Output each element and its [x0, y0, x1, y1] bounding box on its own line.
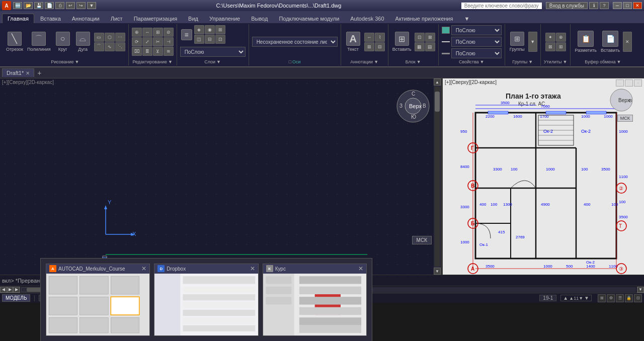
polilinia-btn[interactable]: ⌒ Полилиния — [26, 31, 52, 53]
draw-extra-4[interactable]: ⌒ — [94, 42, 104, 51]
draw-extra-6[interactable]: ⋱ — [115, 42, 125, 51]
tab-vstavka[interactable]: Вставка — [35, 14, 66, 23]
edit-8[interactable]: ⊣ — [164, 37, 174, 46]
save-btn[interactable]: 💾 — [34, 2, 43, 9]
info-icon[interactable]: ℹ — [589, 2, 598, 9]
right-nav-wheel[interactable]: Верх B — [609, 88, 634, 113]
layers-label[interactable]: Слои▼ — [204, 59, 221, 64]
edit-12[interactable]: ≋ — [164, 47, 174, 56]
properties-label[interactable]: Свойства▼ — [459, 59, 484, 64]
color-dropdown[interactable]: ПоСлою — [451, 25, 502, 35]
right-msk-btn[interactable]: МСК — [617, 115, 633, 122]
status-icon-2[interactable]: ⚙ — [607, 294, 615, 302]
draw-extra-1[interactable]: ▭ — [94, 33, 104, 42]
block-3[interactable]: ▦ — [415, 42, 425, 51]
layers-main-btn[interactable]: ≡ — [180, 28, 193, 41]
duga-btn[interactable]: ⌓ Дуга — [74, 31, 92, 53]
tab-vid[interactable]: Вид — [183, 14, 203, 23]
login-btn[interactable]: Вход в службы — [546, 2, 588, 9]
group-btn[interactable]: ⊞ Группы — [508, 31, 526, 53]
util-3[interactable]: ⊠ — [545, 42, 555, 51]
scroll-down-btn[interactable]: ▼ — [434, 268, 441, 275]
left-vscrollbar[interactable]: ▲ ▼ — [434, 78, 441, 275]
minimize-btn[interactable]: ─ — [613, 2, 622, 9]
groups-label[interactable]: Группы▼ — [512, 59, 533, 64]
edit-11[interactable]: ⊻ — [153, 47, 163, 56]
preview-dropbox-close[interactable]: ✕ — [250, 265, 255, 272]
navigation-wheel[interactable]: С Ю З В Верх — [395, 89, 431, 124]
drawing-label[interactable]: Рисование▼ — [51, 59, 79, 64]
scroll-track[interactable] — [435, 87, 440, 267]
edit-9[interactable]: ⌧ — [132, 47, 142, 56]
tab-plugins[interactable]: Подключаемые модули — [274, 14, 344, 23]
annot-4[interactable]: ⊟ — [375, 42, 385, 51]
block-4[interactable]: ▤ — [425, 42, 435, 51]
preview-kurs[interactable]: К Курс ✕ — [263, 264, 367, 336]
edit-7[interactable]: ✂ — [153, 37, 163, 46]
block-1[interactable]: ⊡ — [415, 33, 425, 42]
draft-tab[interactable]: Draft1* ✕ — [2, 68, 34, 77]
prev-layout-btn[interactable]: ◀ — [0, 287, 7, 293]
layer-dropdown[interactable]: ПоСлою — [180, 47, 246, 57]
layer-2[interactable]: ◉ — [205, 25, 215, 34]
left-viewport-label[interactable]: [+][Сверху][2D-каркас] — [2, 79, 54, 85]
more-btn[interactable]: ▼ — [87, 2, 96, 9]
state-dropdown[interactable]: Несохраненное состояние листа — [252, 37, 338, 47]
clipboard-vstavit-btn[interactable]: 📄 Вставить — [600, 30, 621, 54]
annot-2[interactable]: ⌇ — [375, 33, 385, 42]
layer-4[interactable]: ◫ — [194, 35, 204, 44]
layer-5[interactable]: ⊟ — [205, 35, 215, 44]
tab-add-btn[interactable]: + — [34, 68, 44, 77]
edit-4[interactable]: ⊘ — [164, 28, 174, 37]
draw-extra-2[interactable]: ⬡ — [105, 33, 115, 42]
utilities-label[interactable]: Утилиты▼ — [544, 59, 568, 64]
msk-btn[interactable]: МСК — [412, 236, 432, 244]
scroll-right-btn[interactable]: ▶ — [13, 287, 20, 293]
clipboard-label[interactable]: Буфер обмена▼ — [585, 59, 621, 64]
edit-2[interactable]: ↔ — [142, 28, 152, 37]
scroll-up-btn[interactable]: ▲ — [434, 78, 441, 86]
zoom-level[interactable]: ▲▲11▼▼ — [560, 295, 592, 301]
vstavit-btn[interactable]: ⊞ Вставить — [391, 31, 413, 53]
draw-extra-5[interactable]: ∿ — [105, 42, 115, 51]
status-icon-4[interactable]: 🔒 — [625, 294, 633, 302]
layer-1[interactable]: ◈ — [194, 25, 204, 34]
lineweight-dropdown[interactable]: ПоСлою — [451, 48, 502, 58]
save-as-btn[interactable]: 📄 — [45, 2, 54, 9]
annotations-label[interactable]: Аннотации▼ — [350, 59, 378, 64]
bottom-right-btn[interactable]: ▼ — [637, 287, 644, 293]
status-icon-5[interactable]: ⊡ — [634, 294, 642, 302]
tab-close-btn[interactable]: ✕ — [26, 70, 30, 76]
razmetit-btn[interactable]: 📋 Разметить — [574, 30, 598, 54]
tab-active-apps[interactable]: Активные приложения — [390, 14, 458, 23]
print-btn[interactable]: ⎙ — [55, 2, 64, 9]
vc-close[interactable]: ✕ — [634, 79, 642, 87]
edit-10[interactable]: ≣ — [142, 47, 152, 56]
clipboard-close[interactable]: ✕ — [623, 32, 632, 52]
layer-3[interactable]: ⊞ — [215, 25, 225, 34]
search-input[interactable] — [461, 3, 542, 9]
model-btn[interactable]: МОДЕЛЬ — [2, 294, 30, 302]
tab-glavnaya[interactable]: Главная — [2, 14, 34, 23]
tab-list[interactable]: Лист — [106, 14, 128, 23]
edit-5[interactable]: ⟳ — [132, 37, 142, 46]
edit-3[interactable]: ⊞ — [153, 28, 163, 37]
open-btn[interactable]: 📂 — [24, 2, 33, 9]
tab-parametrization[interactable]: Параметризация — [129, 14, 182, 23]
new-btn[interactable]: 🆕 — [13, 2, 22, 9]
group-extra[interactable]: ▼ — [528, 32, 537, 52]
maximize-btn[interactable]: □ — [623, 2, 632, 9]
next-layout-btn[interactable]: ▶ — [7, 287, 13, 293]
text-btn[interactable]: A Текст — [344, 31, 362, 53]
krug-btn[interactable]: ○ Круг — [54, 31, 72, 53]
block-label[interactable]: Блок▼ — [406, 59, 421, 64]
preview-autocad-close[interactable]: ✕ — [141, 265, 146, 272]
util-4[interactable]: ⊞ — [556, 42, 566, 51]
draw-extra-3[interactable]: ⋯ — [115, 33, 125, 42]
redo-btn[interactable]: ↪ — [76, 2, 86, 9]
tab-vyvod[interactable]: Вывод — [246, 14, 273, 23]
scroll-thumb[interactable] — [435, 92, 440, 112]
util-1[interactable]: ✦ — [545, 33, 555, 42]
tab-annotations[interactable]: Аннотации — [67, 14, 105, 23]
linetype-dropdown[interactable]: ПоСлою — [451, 37, 502, 47]
